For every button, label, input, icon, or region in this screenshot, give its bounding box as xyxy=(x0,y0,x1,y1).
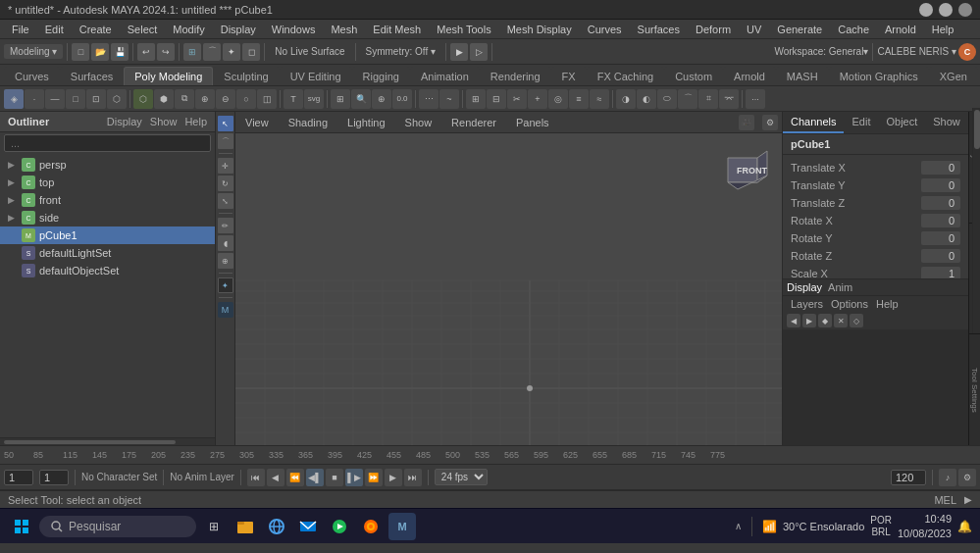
snap-surface-icon[interactable]: ◻ xyxy=(242,43,260,61)
mirror-icon[interactable]: ◫ xyxy=(257,89,277,109)
maya-icon[interactable]: M xyxy=(218,302,233,318)
scale-x-value[interactable]: 1 xyxy=(921,267,960,278)
tab-poly-modeling[interactable]: Poly Modeling xyxy=(124,67,213,85)
rotate-y-value[interactable]: 0 xyxy=(921,231,960,245)
more-tools-icon[interactable]: ··· xyxy=(746,89,765,109)
undo-icon[interactable]: ↩ xyxy=(137,43,155,61)
ipr-icon[interactable]: ▷ xyxy=(470,43,488,61)
move-tool-icon[interactable]: ✛ xyxy=(218,158,233,174)
tension-icon[interactable]: ⌤ xyxy=(719,89,739,109)
snap-curve-icon[interactable]: ⌒ xyxy=(203,43,221,61)
bridge-icon[interactable]: ⧉ xyxy=(175,89,194,109)
workspace-dropdown[interactable]: Modeling ▾ xyxy=(4,44,63,59)
menu-cache[interactable]: Cache xyxy=(830,22,877,37)
wrap-icon[interactable]: ⬭ xyxy=(657,89,677,109)
menu-modify[interactable]: Modify xyxy=(165,22,212,37)
grid-display-icon[interactable]: ⊞ xyxy=(331,89,350,109)
select-vertex-icon[interactable]: · xyxy=(25,89,44,109)
right-scrollbar[interactable] xyxy=(972,108,980,333)
go-end-button[interactable]: ⏭ xyxy=(404,469,422,486)
tab-custom[interactable]: Custom xyxy=(664,67,723,85)
sculpt-deform-icon[interactable]: ◐ xyxy=(637,89,656,109)
object-tab[interactable]: Object xyxy=(878,112,925,133)
display-tab[interactable]: Display xyxy=(787,281,822,293)
pivot-icon[interactable]: 0.0 xyxy=(392,89,412,109)
snap-point-icon[interactable]: ✦ xyxy=(223,43,240,61)
menu-file[interactable]: File xyxy=(4,22,37,37)
menu-mesh-tools[interactable]: Mesh Tools xyxy=(429,22,498,37)
rotate-z-value[interactable]: 0 xyxy=(921,249,960,263)
file-explorer-icon[interactable] xyxy=(232,513,259,540)
script-input[interactable]: ▶ xyxy=(964,494,972,505)
translate-z-value[interactable]: 0 xyxy=(921,196,960,210)
play-back-button[interactable]: ◀▌ xyxy=(306,469,324,486)
menu-edit[interactable]: Edit xyxy=(37,22,72,37)
menu-uv[interactable]: UV xyxy=(739,22,769,37)
offset-icon[interactable]: ◎ xyxy=(548,89,568,109)
next-key-button[interactable]: ⏩ xyxy=(365,469,383,486)
transform-icon[interactable]: ⊕ xyxy=(372,89,391,109)
zoom-icon[interactable]: 🔍 xyxy=(351,89,371,109)
shape-icon[interactable]: ◑ xyxy=(616,89,636,109)
lighting-menu[interactable]: Lighting xyxy=(341,115,391,130)
delete-keyframe-icon[interactable]: ✕ xyxy=(834,314,848,327)
translate-x-value[interactable]: 0 xyxy=(921,161,960,175)
show-hidden-icons[interactable]: ∧ xyxy=(735,521,742,531)
soft-mod-icon[interactable]: ~ xyxy=(439,89,459,109)
anim-tab[interactable]: Anim xyxy=(828,281,852,293)
browser2-icon[interactable] xyxy=(357,513,385,540)
stop-button[interactable]: ■ xyxy=(326,469,343,486)
outliner-search-input[interactable] xyxy=(4,134,211,152)
menu-select[interactable]: Select xyxy=(120,22,166,37)
sculpt-tool-icon[interactable]: ◖ xyxy=(218,235,233,251)
slide-icon[interactable]: ≡ xyxy=(569,89,589,109)
mel-label[interactable]: MEL xyxy=(934,494,956,506)
play-forward-button[interactable]: ▌▶ xyxy=(345,469,363,486)
mail-icon[interactable] xyxy=(294,513,322,540)
type-icon[interactable]: svg xyxy=(304,89,324,109)
edit-tab[interactable]: Edit xyxy=(844,112,878,133)
tab-fx[interactable]: FX xyxy=(551,67,587,85)
menu-windows[interactable]: Windows xyxy=(264,22,324,37)
menu-arnold[interactable]: Arnold xyxy=(877,22,924,37)
prev-frame-button[interactable]: ◀ xyxy=(267,469,284,486)
tab-animation[interactable]: Animation xyxy=(410,67,480,85)
frame-start-input[interactable] xyxy=(4,470,33,485)
extrude-icon[interactable]: ⬡ xyxy=(133,89,153,109)
view-cube[interactable]: FRONT xyxy=(713,143,772,202)
menu-help[interactable]: Help xyxy=(924,22,962,37)
relax-icon[interactable]: ≈ xyxy=(590,89,609,109)
bevel-icon[interactable]: ⬢ xyxy=(154,89,174,109)
show-menu[interactable]: Show xyxy=(399,115,438,130)
breakdown-icon[interactable]: ◇ xyxy=(850,314,863,327)
camera-selector-icon[interactable]: 🎥 xyxy=(739,115,754,130)
open-scene-icon[interactable]: 📂 xyxy=(91,43,109,61)
weather-info[interactable]: 30°C Ensolarado xyxy=(783,521,864,532)
outliner-item-front[interactable]: ▶ C front xyxy=(0,191,215,209)
network-icon[interactable]: 📶 xyxy=(762,520,777,533)
playback-settings-button[interactable]: ⚙ xyxy=(958,469,976,486)
combine-icon[interactable]: ⊕ xyxy=(195,89,215,109)
menu-display[interactable]: Display xyxy=(213,22,264,37)
user-icon[interactable]: C xyxy=(958,43,976,61)
language-indicator[interactable]: POR BRL xyxy=(870,515,892,538)
select-edge-icon[interactable]: — xyxy=(45,89,65,109)
tab-motion-graphics[interactable]: Motion Graphics xyxy=(829,67,929,85)
outliner-item-default-object-set[interactable]: S defaultObjectSet xyxy=(0,262,215,279)
outliner-item-persp[interactable]: ▶ C persp xyxy=(0,156,215,174)
timeline-ruler[interactable]: 5085115145175205235275305335365395425455… xyxy=(0,445,980,465)
show-manipulator-icon[interactable]: ⊕ xyxy=(218,253,233,269)
redo-icon[interactable]: ↪ xyxy=(157,43,175,61)
cut-icon[interactable]: ✂ xyxy=(507,89,527,109)
outliner-scrollbar[interactable] xyxy=(0,437,215,445)
audio-button[interactable]: ♪ xyxy=(939,469,956,486)
go-start-button[interactable]: ⏮ xyxy=(247,469,265,486)
maximize-button[interactable] xyxy=(939,3,953,17)
taskbar-clock[interactable]: 10:49 10/08/2023 xyxy=(898,512,952,540)
tab-fx-caching[interactable]: FX Caching xyxy=(587,67,664,85)
insert-edge-icon[interactable]: + xyxy=(528,89,547,109)
next-keyframe-icon[interactable]: ▶ xyxy=(802,314,816,327)
curve-deform-icon[interactable]: ⌒ xyxy=(678,89,697,109)
set-keyframe-icon[interactable]: ◆ xyxy=(818,314,832,327)
prev-keyframe-icon[interactable]: ◀ xyxy=(787,314,800,327)
